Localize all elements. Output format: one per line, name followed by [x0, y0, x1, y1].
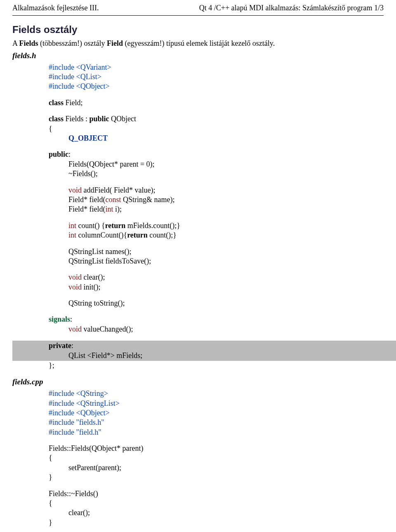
code-line: void addField( Field* value); — [68, 186, 384, 195]
kw-private: private — [49, 341, 71, 350]
code-line: QStringList fieldsToSave(); — [68, 257, 384, 266]
code-text: addField( Field* value); — [82, 186, 155, 194]
kw-int: int — [105, 205, 113, 213]
q-object-macro: Q_OBJECT — [68, 134, 384, 143]
code-text: valueChanged(); — [82, 325, 133, 333]
kw-void: void — [68, 325, 82, 333]
code-block-h: #include <QVariant> #include <QList> #in… — [49, 63, 384, 371]
file-label-cpp: fields.cpp — [12, 377, 384, 387]
code-line: clear(); — [68, 508, 384, 518]
code-line: Field* field(int i); — [68, 205, 384, 214]
include-line: #include <QObject> — [49, 408, 384, 418]
code-text: init(); — [82, 283, 101, 291]
kw-void: void — [68, 273, 82, 281]
intro-class2: Field — [107, 39, 123, 47]
brace: { — [49, 499, 384, 508]
code-line: int count() {return mFields.count();} — [68, 221, 384, 231]
include-line: #include <QList> — [49, 72, 384, 82]
code-text: count();} — [148, 231, 177, 239]
code-line: setParent(parent); — [68, 463, 384, 473]
intro-pre: A — [12, 39, 19, 47]
kw-class: class — [49, 99, 64, 107]
include-line: #include "fields.h" — [49, 418, 384, 427]
code-text: mFields.count();} — [125, 221, 180, 230]
brace: { — [49, 124, 384, 134]
include-line: #include <QVariant> — [49, 63, 384, 72]
header-left: Alkalmazások fejlesztése III. — [12, 3, 99, 13]
code-text: QString& name); — [121, 195, 174, 204]
code-text: Field* field( — [68, 205, 105, 213]
intro-text: A Fields (többesszám!) osztály Field (eg… — [12, 39, 384, 48]
code-line: void valueChanged(); — [68, 325, 384, 334]
section-title: Fields osztály — [12, 23, 384, 36]
brace: } — [49, 473, 384, 482]
intro-mid2: (egyesszám!) típusú elemek listáját keze… — [123, 39, 275, 47]
colon: : — [70, 315, 72, 323]
kw-const: const — [105, 195, 121, 204]
code-line: class Fields : public QObject — [49, 114, 384, 124]
page-header: Alkalmazások fejlesztése III. Qt 4 /C++ … — [12, 0, 384, 14]
code-line: ~Fields(); — [68, 169, 384, 179]
code-text: Fields : — [64, 115, 90, 123]
brace: } — [49, 518, 384, 527]
kw-int: int — [68, 231, 76, 239]
code-line: Fields::Fields(QObject* parent) — [49, 444, 384, 453]
code-line: void init(); — [68, 282, 384, 292]
kw-signals: signals — [49, 315, 70, 323]
code-text: Field; — [64, 99, 83, 107]
code-text: columnCount(){ — [76, 231, 127, 239]
code-text: i); — [113, 205, 122, 213]
page: Alkalmazások fejlesztése III. Qt 4 /C++ … — [0, 0, 396, 532]
kw-return: return — [105, 221, 126, 230]
highlighted-block: private: QList <Field*> mFields; — [12, 341, 396, 361]
code-line: QString toString(); — [68, 299, 384, 308]
kw-void: void — [68, 186, 82, 194]
code-line: private: — [49, 341, 73, 350]
kw-class: class — [49, 115, 64, 123]
code-block-cpp: #include <QString> #include <QStringList… — [49, 389, 384, 527]
file-label-h: fields.h — [12, 51, 384, 61]
kw-public: public — [49, 150, 68, 158]
header-right: Qt 4 /C++ alapú MDI alkalmazás: Számlaké… — [199, 3, 384, 13]
code-text: QObject — [109, 115, 136, 123]
include-line: #include <QObject> — [49, 82, 384, 91]
include-line: #include <QStringList> — [49, 399, 384, 408]
code-text: Field* field( — [68, 195, 105, 204]
include-line: #include "field.h" — [49, 428, 384, 437]
intro-class1: Fields — [19, 39, 38, 47]
brace: { — [49, 453, 384, 463]
kw-void: void — [68, 283, 82, 291]
intro-mid1: (többesszám!) osztály — [38, 39, 107, 47]
class-end: }; — [49, 361, 384, 370]
code-line: QList <Field*> mFields; — [68, 351, 142, 360]
colon: : — [68, 150, 71, 158]
include-line: #include <QString> — [49, 389, 384, 398]
kw-public: public — [90, 115, 109, 123]
code-line: public: — [49, 150, 384, 159]
code-text: clear(); — [82, 273, 105, 281]
kw-int: int — [68, 221, 76, 230]
code-line: void clear(); — [68, 273, 384, 282]
code-line: QStringList names(); — [68, 247, 384, 257]
code-line: Field* field(const QString& name); — [68, 195, 384, 205]
kw-return: return — [127, 231, 148, 239]
colon: : — [71, 341, 73, 350]
code-line: int columnCount(){return count();} — [68, 231, 384, 240]
code-text: count() { — [76, 221, 105, 230]
code-line: Fields::~Fields() — [49, 489, 384, 499]
code-line: signals: — [49, 315, 384, 324]
header-rule — [12, 15, 384, 16]
code-line: Fields(QObject* parent = 0); — [68, 160, 384, 169]
